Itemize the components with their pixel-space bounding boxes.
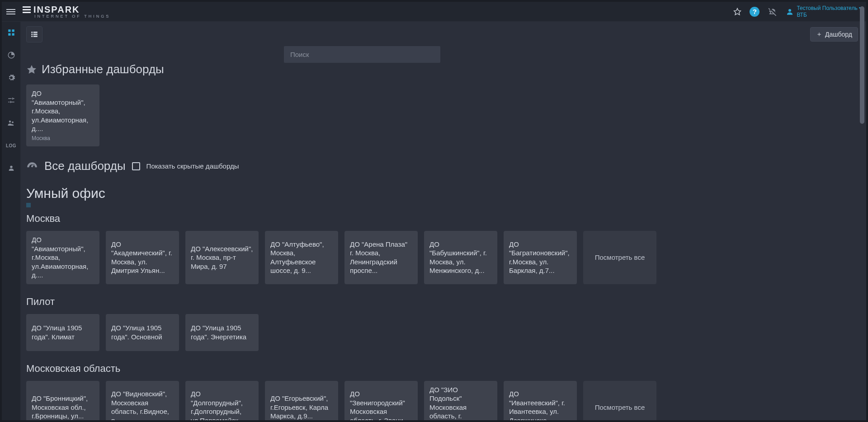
content-area: ＋ Дашборд Избранные дашборды bbox=[21, 22, 866, 420]
topbar: INSPARK INTERNET OF THINGS ? Тестовый По… bbox=[2, 2, 866, 22]
dashboard-card[interactable]: ДО "Бабушкинский", г. Москва, ул. Менжин… bbox=[424, 231, 497, 284]
sidebar-dashboards-icon[interactable] bbox=[5, 26, 18, 39]
dashboard-card[interactable]: ДО "Егорьевский", г.Егорьевск, Карла Мар… bbox=[265, 381, 338, 420]
menu-toggle-button[interactable] bbox=[6, 7, 15, 16]
brand-name: INSPARK bbox=[33, 5, 80, 15]
brand-logo[interactable]: INSPARK INTERNET OF THINGS bbox=[23, 5, 110, 19]
svg-marker-15 bbox=[27, 65, 36, 74]
sidebar-settings-icon[interactable] bbox=[5, 71, 18, 84]
svg-rect-10 bbox=[31, 34, 33, 35]
dashboard-card[interactable]: ДО "Алтуфьево", Москва, Алтуфьевское шос… bbox=[265, 231, 338, 284]
svg-rect-4 bbox=[8, 33, 10, 36]
star-filled-icon bbox=[26, 64, 37, 75]
svg-rect-12 bbox=[33, 32, 38, 33]
sidebar-users-icon[interactable] bbox=[5, 117, 18, 129]
scrollbar-thumb[interactable] bbox=[860, 6, 864, 124]
svg-point-6 bbox=[9, 121, 11, 123]
dashboard-card[interactable]: ДО "Улица 1905 года". Энергетика bbox=[185, 314, 259, 351]
dashboard-card[interactable]: ДО "Академический", г. Москва, ул. Дмитр… bbox=[106, 231, 179, 284]
user-line2: ВТБ bbox=[797, 12, 862, 18]
dashboard-card[interactable]: ДО "Видновский", Московская область, г.В… bbox=[106, 381, 179, 420]
view-all-button[interactable]: Посмотреть все bbox=[583, 231, 656, 284]
show-hidden-label: Показать скрытые дашборды bbox=[146, 162, 239, 170]
subgroup-title: Московская область bbox=[26, 363, 858, 375]
scrollbar[interactable] bbox=[860, 4, 865, 418]
dashboard-card[interactable]: ДО "Звенигородский" Московская область, … bbox=[344, 381, 418, 420]
sidebar-profile-icon[interactable] bbox=[5, 162, 18, 174]
dashboard-card[interactable]: ДО "Улица 1905 года". Основной bbox=[106, 314, 179, 351]
dashboard-card[interactable]: ДО "Авиамоторный", г.Москва, ул.Авиамото… bbox=[26, 231, 99, 284]
subgroup-title: Пилот bbox=[26, 296, 858, 308]
dashboard-card[interactable]: ДО "Улица 1905 года". Климат bbox=[26, 314, 99, 351]
svg-rect-3 bbox=[12, 29, 14, 32]
svg-rect-9 bbox=[31, 32, 33, 33]
dashboard-card[interactable]: ДО "Багратионовский", г.Москва, ул. Барк… bbox=[504, 231, 577, 284]
dashboard-card[interactable]: ДО "Бронницкий", Московская обл., г.Брон… bbox=[26, 381, 99, 420]
svg-rect-5 bbox=[12, 33, 14, 36]
sidebar-log-icon[interactable]: LOG bbox=[5, 139, 18, 152]
svg-rect-11 bbox=[31, 36, 33, 37]
svg-rect-14 bbox=[33, 36, 38, 37]
help-icon[interactable]: ? bbox=[750, 7, 760, 17]
notifications-muted-icon[interactable] bbox=[768, 7, 778, 17]
search-input[interactable] bbox=[284, 46, 440, 63]
user-icon bbox=[786, 8, 794, 16]
add-dashboard-button[interactable]: ＋ Дашборд bbox=[810, 27, 858, 42]
dashboard-card[interactable]: ДО "Арена Плаза" г. Москва, Ленинградски… bbox=[344, 231, 418, 284]
sidebar-controls-icon[interactable] bbox=[5, 94, 18, 107]
favorites-title: Избранные дашборды bbox=[42, 62, 164, 76]
dashboard-card[interactable]: ДО "ЗИО Подольск" Московская область, г.… bbox=[424, 381, 497, 420]
subgroup-title: Москва bbox=[26, 213, 858, 225]
brand-tagline: INTERNET OF THINGS bbox=[34, 14, 110, 19]
dashboard-card[interactable]: ДО "Ивантеевский", г. Ивантеевка, ул. Дз… bbox=[504, 381, 577, 420]
svg-point-7 bbox=[12, 122, 14, 123]
sidebar-reports-icon[interactable] bbox=[5, 49, 18, 61]
svg-marker-0 bbox=[734, 8, 741, 14]
svg-rect-13 bbox=[33, 34, 38, 35]
dashboard-card[interactable]: ДО "Долгопрудный", г.Долгопрудный, ул.Пе… bbox=[185, 381, 259, 420]
sidebar: LOG bbox=[2, 22, 21, 420]
svg-point-8 bbox=[10, 166, 12, 168]
gauge-icon bbox=[26, 160, 38, 172]
all-dashboards-title: Все дашборды bbox=[44, 159, 126, 173]
user-line1: Тестовый Пользователь bbox=[797, 5, 857, 11]
svg-rect-2 bbox=[8, 29, 10, 32]
dashboard-card[interactable]: ДО "Алексеевский", г. Москва, пр-т Мира,… bbox=[185, 231, 259, 284]
plus-icon: ＋ bbox=[816, 30, 822, 38]
view-all-button[interactable]: Посмотреть все bbox=[583, 381, 656, 420]
group-title: Умный офис bbox=[26, 186, 858, 201]
group-accent bbox=[26, 203, 31, 207]
show-hidden-checkbox[interactable] bbox=[132, 162, 140, 170]
svg-point-1 bbox=[788, 9, 791, 12]
add-dashboard-label: Дашборд bbox=[825, 31, 852, 38]
star-icon[interactable] bbox=[733, 8, 741, 16]
view-grid-toggle[interactable] bbox=[26, 26, 42, 42]
favorite-dashboard-card[interactable]: ДО "Авиамоторный", г.Москва, ул.Авиамото… bbox=[26, 84, 99, 146]
fav-card-sub: Москва bbox=[32, 135, 94, 142]
fav-card-title: ДО "Авиамоторный", г.Москва, ул.Авиамото… bbox=[32, 89, 94, 133]
user-menu[interactable]: Тестовый Пользователь ▾ ВТБ bbox=[786, 5, 862, 18]
